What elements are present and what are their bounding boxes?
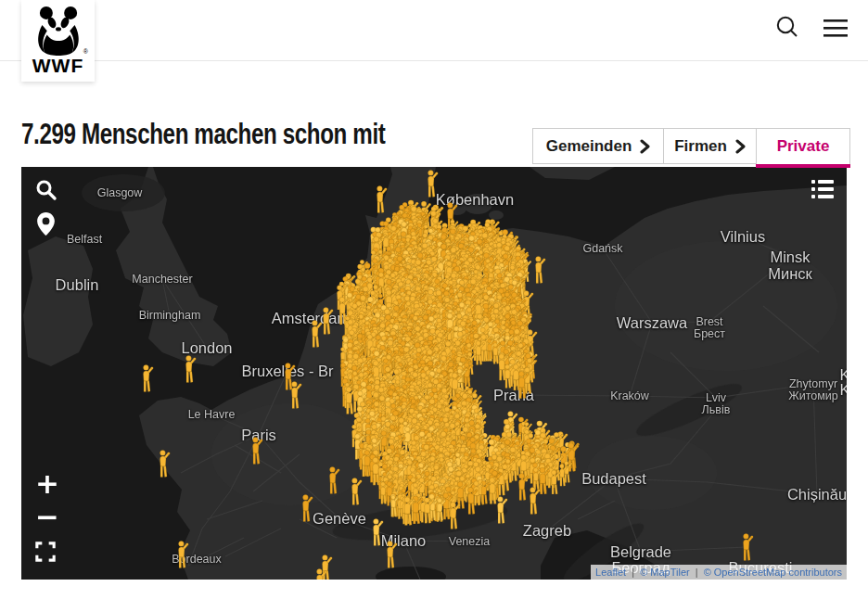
map-attribution: Leaflet | © MapTiler | © OpenStreetMap c… <box>591 565 847 580</box>
osm-link[interactable]: © OpenStreetMap contributors <box>704 567 842 578</box>
tab-label: Gemeinden <box>546 137 632 156</box>
wwf-page: WWF ® 7.299 Menschen machen schon mit Ge… <box>0 0 868 599</box>
hamburger-menu-icon <box>822 17 849 39</box>
person-marker[interactable] <box>377 185 388 212</box>
map[interactable]: GlasgowBelfastDublinManchesterBirmingham… <box>21 167 847 580</box>
active-tab-underline <box>756 164 850 168</box>
person-marker[interactable] <box>374 518 384 545</box>
person-marker[interactable] <box>352 478 363 504</box>
map-list-button[interactable] <box>811 179 834 202</box>
person-marker[interactable] <box>179 541 189 567</box>
person-marker[interactable] <box>498 496 508 523</box>
map-search-button[interactable] <box>35 179 57 204</box>
person-marker[interactable] <box>160 450 171 477</box>
attribution-separator: | <box>632 567 634 578</box>
zoom-out-button[interactable]: − <box>35 506 59 527</box>
zoom-in-button[interactable]: + <box>35 473 59 493</box>
search-button[interactable] <box>772 13 803 45</box>
fullscreen-button[interactable] <box>35 542 59 562</box>
zoom-controls: + − <box>35 473 59 562</box>
tab-firmen[interactable]: Firmen <box>663 128 756 164</box>
map-search-icon <box>35 179 57 201</box>
site-header <box>0 0 868 61</box>
person-marker[interactable] <box>552 470 561 494</box>
person-marker[interactable] <box>519 473 530 500</box>
person-marker[interactable] <box>330 466 340 493</box>
person-marker[interactable] <box>324 307 334 334</box>
person-marker[interactable] <box>388 541 398 567</box>
map-locate-button[interactable] <box>37 212 55 238</box>
chevron-right-icon <box>640 139 650 154</box>
tab-private[interactable]: Private <box>756 128 850 164</box>
person-marker[interactable] <box>744 533 754 560</box>
page-bottom-spacer <box>0 580 868 599</box>
page-title: 7.299 Menschen machen schon mit <box>21 119 385 150</box>
search-icon <box>773 14 801 42</box>
person-marker[interactable] <box>564 461 572 482</box>
person-marker[interactable] <box>292 381 302 408</box>
chevron-right-icon <box>735 139 746 154</box>
person-marker[interactable] <box>451 502 461 529</box>
tab-bar: Gemeinden Firmen Private <box>532 128 850 164</box>
person-marker[interactable] <box>530 487 541 514</box>
attribution-separator: | <box>696 567 698 578</box>
list-icon <box>811 179 834 199</box>
person-marker[interactable] <box>303 494 313 521</box>
person-markers-layer <box>21 167 847 580</box>
fullscreen-icon <box>35 542 56 562</box>
hamburger-menu-button[interactable] <box>820 13 851 45</box>
wwf-logo[interactable]: WWF ® <box>21 0 95 82</box>
person-marker[interactable] <box>536 256 546 283</box>
tab-label: Firmen <box>674 137 727 156</box>
person-marker[interactable] <box>144 364 154 391</box>
registered-mark: ® <box>83 48 88 55</box>
tab-gemeinden[interactable]: Gemeinden <box>532 128 663 164</box>
person-marker[interactable] <box>186 355 197 382</box>
logo-wordmark: WWF <box>32 56 83 75</box>
person-marker[interactable] <box>428 170 439 197</box>
tab-label: Private <box>777 137 830 156</box>
person-marker[interactable] <box>313 320 323 347</box>
panda-logo-icon <box>32 6 84 57</box>
location-pin-icon <box>37 212 55 236</box>
maptiler-link[interactable]: © MapTiler <box>640 567 690 578</box>
leaflet-link[interactable]: Leaflet <box>595 567 626 578</box>
person-marker[interactable] <box>253 437 263 464</box>
